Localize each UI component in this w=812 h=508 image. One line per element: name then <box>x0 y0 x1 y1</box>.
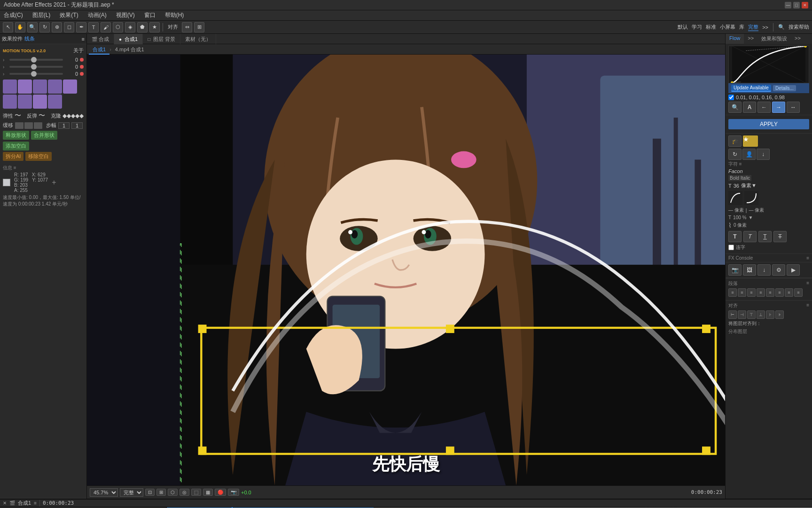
rp-strike-t[interactable]: T <box>773 231 787 242</box>
tool-anchor[interactable]: ⊕ <box>52 22 62 32</box>
bezier-check[interactable] <box>728 95 734 100</box>
tab-compose1[interactable]: ● 合成1 <box>114 34 143 44</box>
workspace-complete[interactable]: 完整 <box>748 24 758 31</box>
bezier-left-btn[interactable]: ← <box>757 102 771 113</box>
rp-tab-expand[interactable]: >> <box>744 34 757 44</box>
mt-remove-blank-btn[interactable]: 移除空白 <box>25 152 52 161</box>
rp-align-right[interactable]: ⊤ <box>747 310 756 319</box>
mt-dot-2[interactable] <box>80 65 84 69</box>
rp-connect-check[interactable] <box>728 245 734 250</box>
mt-add-btn[interactable]: + <box>52 178 56 187</box>
preview-safe-btn[interactable]: ⬡ <box>168 489 178 496</box>
tool-eraser[interactable]: ◈ <box>125 22 135 32</box>
tab-layer-bg[interactable]: □ 图层 背景 <box>143 34 180 44</box>
tool-select[interactable]: ↖ <box>3 22 13 32</box>
mt-step-input-2[interactable] <box>71 122 83 129</box>
mt-preset-5[interactable] <box>63 79 77 94</box>
tl-close-icon[interactable]: ✕ <box>3 500 7 506</box>
mt-sort-icon-3[interactable] <box>34 122 42 129</box>
tool-zoom[interactable]: 🔍 <box>27 22 38 32</box>
rp-gear-icon[interactable]: ⚙ <box>772 264 785 276</box>
rp-align-center-h[interactable]: ⊣ <box>738 310 746 319</box>
preview-tab-compose1[interactable]: 合成1 <box>89 44 109 55</box>
rp-underline-t[interactable]: T <box>758 231 772 242</box>
rp-seg-align-6[interactable]: ≡ <box>775 288 784 297</box>
preview-fit-btn[interactable]: ⊡ <box>145 489 155 496</box>
tool-brush[interactable]: 🖌 <box>101 22 111 32</box>
rp-arrow-right-icon[interactable]: ▶ <box>787 264 800 276</box>
preview-grid-btn[interactable]: ⊞ <box>156 489 166 496</box>
rp-download-btn[interactable]: ↓ <box>757 149 770 160</box>
rp-seg-align-4[interactable]: ≡ <box>757 288 765 297</box>
preview-3d-btn[interactable]: ⬚ <box>191 489 201 496</box>
rp-seg-align-5[interactable]: ≡ <box>766 288 774 297</box>
tool-align-v[interactable]: ⊞ <box>194 22 204 32</box>
mt-preset-7[interactable] <box>18 95 32 109</box>
quality-select[interactable]: 完整 <box>120 488 143 497</box>
mt-preset-4[interactable] <box>48 79 62 94</box>
rp-align-top[interactable]: ⊥ <box>757 310 765 319</box>
menu-view[interactable]: 视图(V) <box>114 11 137 19</box>
rp-align-center-v[interactable]: ⊦ <box>766 310 774 319</box>
rp-refresh-btn[interactable]: ↻ <box>728 149 742 160</box>
rp-dl-icon[interactable]: ↓ <box>757 264 771 276</box>
menu-window[interactable]: 窗口 <box>142 11 157 19</box>
mt-add-blank-btn[interactable]: 添加空白 <box>3 142 29 151</box>
preview-render-btn[interactable]: ▦ <box>203 489 213 496</box>
mt-thumb-1[interactable] <box>31 57 37 63</box>
effect-controls-tab[interactable]: 线条 <box>24 35 35 42</box>
bezier-a-btn[interactable]: A <box>743 102 756 113</box>
menu-compose[interactable]: 合成(C) <box>2 11 25 19</box>
mt-thumb-2[interactable] <box>31 64 37 70</box>
tool-pen[interactable]: ✒ <box>76 22 86 32</box>
preview-tab-mp4[interactable]: 4.mp4 合成1 <box>111 44 148 55</box>
workspace-expand[interactable]: >> <box>762 24 768 30</box>
mt-split-ai-btn[interactable]: 拆分AI <box>3 152 23 161</box>
zoom-select[interactable]: 45.7% 100% <box>90 488 118 497</box>
mt-slider-1[interactable] <box>9 59 63 61</box>
mt-release-shape-btn[interactable]: 释放形状 <box>3 131 29 140</box>
tool-text[interactable]: T <box>88 22 99 32</box>
mt-slider-3[interactable] <box>9 73 63 75</box>
rp-camera-icon[interactable]: 📷 <box>728 264 742 276</box>
rp-seg-align-7[interactable]: ≡ <box>785 288 793 297</box>
mt-merge-shape-btn[interactable]: 合并形状 <box>31 131 57 140</box>
rp-seg-align-3[interactable]: ≡ <box>747 288 756 297</box>
rp-italic-t[interactable]: T <box>743 231 757 242</box>
bezier-right-btn[interactable]: → <box>772 102 785 113</box>
workspace-learn[interactable]: 学习 <box>692 24 702 31</box>
apply-btn[interactable]: APPLY <box>728 119 809 129</box>
rp-align-bottom[interactable]: ⊧ <box>775 310 784 319</box>
rp-fx-menu[interactable]: ≡ <box>806 255 809 261</box>
workspace-standard[interactable]: 标准 <box>706 24 716 31</box>
menu-animation[interactable]: 动画(A) <box>86 11 109 19</box>
tool-hand[interactable]: ✋ <box>15 22 25 32</box>
mt-preset-8[interactable] <box>33 95 47 109</box>
rp-align-left[interactable]: ⊢ <box>728 310 737 319</box>
menu-effect[interactable]: 效果(T) <box>58 11 80 19</box>
rp-seg-align-1[interactable]: ≡ <box>728 288 737 297</box>
mt-sort-icon-2[interactable] <box>24 122 33 129</box>
tool-align-h[interactable]: ⇔ <box>182 22 192 32</box>
tool-puppet[interactable]: ★ <box>149 22 160 32</box>
mt-about-btn[interactable]: 关于 <box>73 47 84 54</box>
maximize-btn[interactable]: □ <box>793 2 800 8</box>
preview-snap-btn[interactable]: 🔴 <box>215 489 226 496</box>
rp-segments-menu[interactable]: ≡ <box>806 280 809 287</box>
update-available-btn[interactable]: Update Available <box>731 85 771 92</box>
tool-roto[interactable]: ⬟ <box>137 22 148 32</box>
search-help-label[interactable]: 搜索帮助 <box>789 24 809 31</box>
mt-step-input-1[interactable] <box>58 122 70 129</box>
workspace-library[interactable]: 库 <box>739 24 744 31</box>
mt-preset-9[interactable] <box>48 95 62 109</box>
tab-compose[interactable]: 🎬合成 <box>87 34 114 44</box>
mt-thumb-3[interactable] <box>31 71 37 77</box>
rp-seg-align-2[interactable]: ≡ <box>738 288 746 297</box>
mt-preset-2[interactable] <box>18 79 32 94</box>
details-btn[interactable]: Details... <box>773 85 796 91</box>
preview-camera-btn[interactable]: 📷 <box>228 489 239 496</box>
mt-preset-3[interactable] <box>33 79 47 94</box>
tl-menu-icon[interactable]: ≡ <box>34 500 37 506</box>
rp-align-menu[interactable]: ≡ <box>806 302 809 309</box>
effect-controls-menu[interactable]: ≡ <box>82 36 85 42</box>
